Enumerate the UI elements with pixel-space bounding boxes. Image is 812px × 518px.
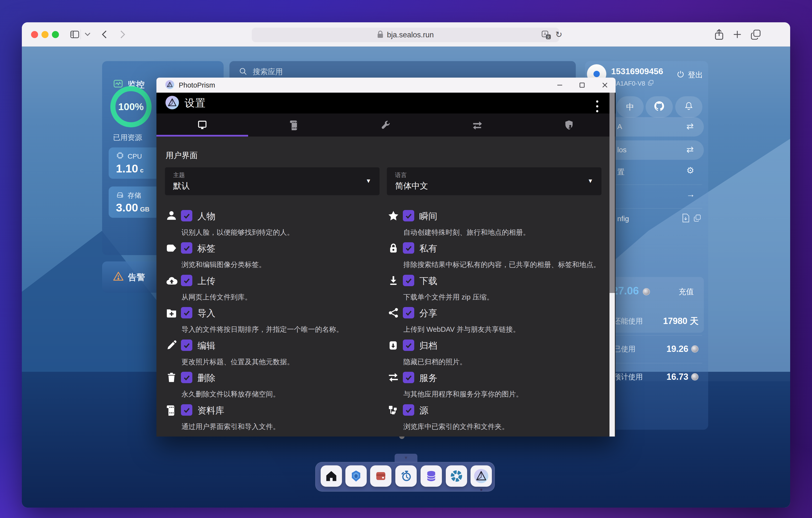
swap-icon[interactable]: ⇄ [686, 121, 694, 132]
window-titlebar[interactable]: PhotoPrism [156, 78, 615, 93]
kebab-menu-icon[interactable] [594, 99, 600, 114]
recharge-button[interactable]: 充值 [678, 287, 694, 297]
new-tab-icon[interactable] [732, 29, 743, 41]
dock-app-database[interactable] [420, 465, 442, 487]
scrollbar-thumb[interactable] [609, 93, 615, 293]
billing-label: 还能使用 [614, 316, 643, 326]
billing-row: 还能使用 17980 天 [614, 315, 698, 327]
transfer-icon [388, 372, 399, 383]
notifications-button[interactable] [675, 96, 702, 118]
checkbox[interactable] [403, 372, 414, 383]
theme-select[interactable]: 主题 默认 ▼ [165, 167, 380, 195]
logout-button[interactable]: 登出 [677, 70, 703, 80]
checkbox[interactable] [181, 340, 192, 351]
swap-icon[interactable]: ⇄ [686, 145, 694, 155]
checkbox[interactable] [181, 242, 192, 254]
search-input[interactable] [253, 67, 471, 76]
option-edit: 编辑 更改照片标题、位置及其他元数据。 [166, 339, 374, 372]
tab-overview-icon[interactable] [750, 29, 761, 41]
option-moments: 瞬间 自动创建特殊时刻、旅行和地点的相册。 [388, 210, 597, 242]
scrollbar-track[interactable] [609, 93, 615, 436]
svg-text:A: A [544, 32, 546, 36]
tab-general[interactable] [156, 114, 248, 137]
sealos-desktop: 监控 100% 已用资源 CPU 1.10c 存储 3.00GB [22, 47, 790, 508]
tab-advanced[interactable] [340, 114, 432, 137]
cpu-value: 1.10 [116, 162, 138, 175]
settings-tabbar [156, 114, 615, 137]
person-icon [166, 210, 177, 222]
coin-icon [691, 373, 698, 380]
dock-app-cronjob[interactable] [395, 465, 417, 487]
checkbox[interactable] [181, 307, 192, 318]
dock-app-object-storage[interactable] [446, 465, 467, 487]
translate-icon[interactable]: A文 [542, 31, 551, 41]
traffic-minimize-button[interactable] [41, 31, 49, 38]
option-labels: 标签 浏览和编辑图像分类标签。 [166, 242, 374, 275]
language-select[interactable]: 语言 简体中文 ▼ [387, 167, 602, 195]
gear-icon[interactable]: ⚙ [686, 165, 694, 176]
option-upload: 上传 从网页上传文件到库。 [166, 275, 374, 307]
checkbox[interactable] [403, 340, 414, 351]
copy-icon[interactable] [647, 80, 654, 88]
billing-label: 已使用 [614, 344, 635, 354]
checkbox[interactable] [403, 404, 414, 416]
checkbox[interactable] [181, 210, 192, 222]
checkbox[interactable] [181, 404, 192, 416]
photoprism-logo-icon [165, 80, 174, 90]
tab-library[interactable] [248, 114, 340, 137]
back-button[interactable] [99, 29, 110, 41]
tab-account[interactable] [523, 114, 615, 137]
dock-app-home[interactable] [321, 465, 342, 487]
checkbox[interactable] [403, 242, 414, 254]
minimize-button[interactable] [556, 81, 564, 89]
billing-value: 17980 天 [663, 315, 698, 327]
option-library: 资料库 通过用户界面索引和导入文件。 [166, 404, 374, 436]
forward-button[interactable] [117, 29, 127, 41]
folder-plus-icon [166, 307, 177, 318]
used-resources-label: 已用资源 [113, 133, 142, 143]
coin-icon [691, 345, 698, 353]
checkbox[interactable] [403, 307, 414, 318]
option-delete: 删除 永久删除文件以释放存储空间。 [166, 372, 374, 404]
share-icon[interactable] [714, 29, 725, 42]
page-title: 设置 [184, 96, 206, 110]
chevron-down-icon[interactable] [84, 32, 91, 38]
checkbox[interactable] [403, 210, 414, 222]
maximize-button[interactable] [578, 81, 586, 89]
checkbox[interactable] [181, 372, 192, 383]
dock-app-cost-center[interactable] [370, 465, 392, 487]
close-button[interactable] [601, 81, 609, 89]
billing-value: 16.73 [666, 372, 688, 382]
language-switch-button[interactable]: 中 [616, 96, 644, 118]
dock-app-devbox[interactable] [345, 465, 367, 487]
dock-collapse-handle[interactable]: ▼ [395, 454, 417, 462]
theme-label: 主题 [173, 171, 371, 179]
option-share: 分享 上传到 WebDAV 并与朋友共享链接。 [388, 307, 597, 339]
copy-icon[interactable] [693, 214, 701, 223]
address-bar[interactable]: bja.sealos.run A文 ↻ [252, 28, 559, 42]
storage-label: 存储 [127, 191, 141, 200]
option-download: 下载 下载单个文件并用 zip 压缩。 [388, 275, 597, 307]
traffic-close-button[interactable] [31, 31, 38, 38]
pencil-icon [166, 340, 177, 351]
option-originals: 源 浏览库中已索引的文件和文件夹。 [388, 404, 597, 436]
billing-row: 已使用 19.26 [614, 343, 698, 355]
menu-row-label: nfig [617, 214, 629, 223]
photoprism-window: PhotoPrism 设置 [156, 78, 615, 436]
reload-icon[interactable]: ↻ [555, 30, 562, 39]
file-download-icon[interactable] [682, 213, 690, 224]
lock-icon [377, 31, 383, 39]
film-roll-icon [166, 404, 177, 416]
dock-app-photoprism[interactable] [470, 465, 492, 487]
checkbox[interactable] [403, 275, 414, 286]
active-app-dot [480, 489, 483, 491]
checkbox[interactable] [181, 275, 192, 286]
traffic-zoom-button[interactable] [52, 31, 59, 38]
github-button[interactable] [646, 96, 673, 118]
search-icon [239, 67, 248, 77]
option-import: 导入 导入的文件将按日期排序，并指定一个唯一的名称。 [166, 307, 374, 339]
arrow-right-icon[interactable]: → [686, 189, 695, 199]
tab-sync[interactable] [432, 114, 523, 137]
user-phone: 15316909456 [611, 66, 663, 76]
sidebar-toggle-icon[interactable] [69, 29, 80, 41]
